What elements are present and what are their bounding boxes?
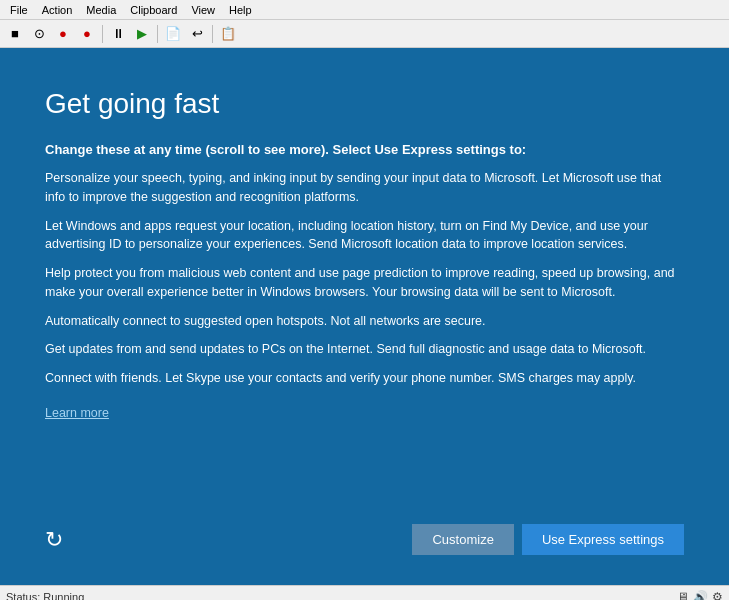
- toolbar-sep1: [102, 25, 103, 43]
- paragraph-5: Get updates from and send updates to PCs…: [45, 340, 684, 359]
- status-icons: 🖥 🔊 ⚙: [677, 590, 723, 601]
- paragraph-4: Automatically connect to suggested open …: [45, 312, 684, 331]
- learn-more-link[interactable]: Learn more: [45, 406, 109, 420]
- subtitle: Change these at any time (scroll to see …: [45, 142, 684, 157]
- menu-help[interactable]: Help: [223, 2, 258, 18]
- bottom-area: ↻ Customize Use Express settings: [45, 524, 684, 555]
- toolbar-play[interactable]: ▶: [131, 23, 153, 45]
- paragraph-3: Help protect you from malicious web cont…: [45, 264, 684, 302]
- toolbar-record[interactable]: ●: [52, 23, 74, 45]
- menu-media[interactable]: Media: [80, 2, 122, 18]
- toolbar: ■ ⊙ ● ● ⏸ ▶ 📄 ↩ 📋: [0, 20, 729, 48]
- status-text: Status: Running: [6, 591, 84, 601]
- toolbar-file[interactable]: 📄: [162, 23, 184, 45]
- use-express-settings-button[interactable]: Use Express settings: [522, 524, 684, 555]
- toolbar-sep2: [157, 25, 158, 43]
- customize-button[interactable]: Customize: [412, 524, 513, 555]
- menu-clipboard[interactable]: Clipboard: [124, 2, 183, 18]
- menubar: File Action Media Clipboard View Help: [0, 0, 729, 20]
- toolbar-record2[interactable]: ●: [76, 23, 98, 45]
- buttons-area: Customize Use Express settings: [412, 524, 684, 555]
- menu-action[interactable]: Action: [36, 2, 79, 18]
- page-title: Get going fast: [45, 88, 684, 120]
- menu-file[interactable]: File: [4, 2, 34, 18]
- toolbar-extra[interactable]: 📋: [217, 23, 239, 45]
- settings-icon: ⚙: [712, 590, 723, 601]
- content-area: Personalize your speech, typing, and ink…: [45, 169, 684, 508]
- toolbar-undo[interactable]: ↩: [186, 23, 208, 45]
- toolbar-pause[interactable]: ⏸: [107, 23, 129, 45]
- toolbar-sep3: [212, 25, 213, 43]
- toolbar-stop[interactable]: ■: [4, 23, 26, 45]
- network-icon: 🔊: [693, 590, 708, 601]
- paragraph-1: Personalize your speech, typing, and ink…: [45, 169, 684, 207]
- paragraph-6: Connect with friends. Let Skype use your…: [45, 369, 684, 388]
- statusbar: Status: Running 🖥 🔊 ⚙: [0, 585, 729, 600]
- monitor-icon: 🖥: [677, 590, 689, 601]
- main-content: Get going fast Change these at any time …: [0, 48, 729, 585]
- toolbar-action2[interactable]: ⊙: [28, 23, 50, 45]
- menu-view[interactable]: View: [185, 2, 221, 18]
- paragraph-2: Let Windows and apps request your locati…: [45, 217, 684, 255]
- refresh-icon[interactable]: ↻: [45, 527, 63, 553]
